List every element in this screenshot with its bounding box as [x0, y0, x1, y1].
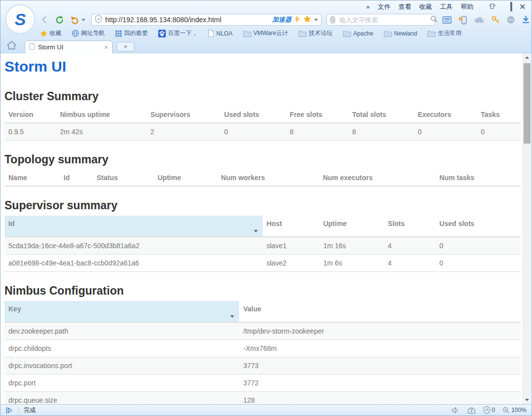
phone-sync-icon[interactable] [458, 15, 468, 25]
header-row: VersionNimbus uptimeSupervisorsUsed slot… [4, 107, 521, 123]
maximize-button[interactable] [510, 3, 512, 10]
lightning-icon[interactable] [294, 15, 300, 25]
folder-icon [384, 30, 392, 37]
globe-icon [72, 30, 79, 37]
scroll-down-icon[interactable] [523, 396, 531, 404]
screenshot-icon[interactable] [442, 16, 452, 24]
favorite-star-icon[interactable] [303, 15, 311, 25]
bookmark-site-nav[interactable]: 网址导航 [72, 29, 105, 38]
bookmark-folder-tech-forum[interactable]: 技术论坛 [298, 29, 332, 38]
column-header[interactable]: Used slots [220, 107, 286, 123]
undo-dropdown-caret-icon[interactable] [82, 19, 85, 21]
column-header[interactable]: Id [4, 216, 263, 237]
column-header[interactable]: Num workers [217, 170, 319, 186]
column-header[interactable]: Host [263, 216, 320, 237]
bookmark-folder-daily[interactable]: 生活常用 [427, 29, 461, 38]
column-header[interactable]: Status [93, 170, 154, 186]
column-header[interactable]: Key [4, 301, 239, 322]
menu-favorites[interactable]: 收藏 [419, 2, 432, 11]
column-header[interactable]: Uptime [154, 170, 217, 186]
table-row: drpc.queue.size128 [4, 392, 521, 405]
search-icon[interactable] [430, 15, 438, 25]
new-tab-button[interactable]: + [117, 42, 134, 51]
column-header[interactable]: Value [239, 301, 521, 322]
menu-overflow-chevron[interactable]: » [366, 3, 369, 10]
bookmark-favorites[interactable]: 收藏 [40, 29, 61, 38]
column-header[interactable]: Name [4, 170, 60, 186]
bookmarks-bar: 收藏 网址导航 我的最爱 百度一下， NLOA VMWare云计 [0, 27, 532, 40]
search-box[interactable]: S [327, 14, 435, 26]
scroll-up-icon[interactable] [523, 53, 531, 62]
menu-file[interactable]: 文件 [377, 2, 390, 11]
key-icon[interactable] [491, 15, 500, 24]
bookmark-folder-newland[interactable]: Newland [384, 30, 417, 37]
menu-help[interactable]: 帮助 [460, 2, 473, 11]
url-text: http://192.168.95.134:8080/index.html [105, 16, 269, 24]
bookmark-baidu[interactable]: 百度一下， [158, 29, 198, 38]
zoom-level: 100% [511, 407, 527, 414]
table-cell: 2m 42s [56, 123, 147, 141]
browser-logo[interactable]: S [6, 5, 34, 33]
table-cell: -Xmx768m [239, 340, 521, 357]
column-header[interactable]: Used slots [436, 216, 521, 237]
menu-tools[interactable]: 工具 [440, 2, 452, 11]
ad-shield-icon[interactable]: AD 0 [483, 406, 495, 414]
sort-caret-icon[interactable] [230, 315, 234, 318]
column-header[interactable]: Slots [384, 216, 436, 237]
page-content: Storm UI Cluster Summary VersionNimbus u… [0, 53, 532, 404]
column-header[interactable]: Supervisors [146, 107, 220, 123]
column-header[interactable]: Id [60, 170, 93, 186]
header-row: NameIdStatusUptimeNum workersNum executo… [4, 170, 521, 186]
back-icon[interactable] [40, 15, 49, 24]
zoom-magnifier-icon[interactable]: 100% [502, 407, 527, 414]
toolbox-icon[interactable] [467, 407, 476, 414]
column-header[interactable]: Nimbus uptime [56, 107, 147, 123]
cloud-pen-icon[interactable] [474, 16, 485, 24]
tab-close-icon[interactable]: × [104, 43, 108, 51]
tab-page-icon [29, 43, 35, 51]
tab-storm-ui[interactable]: Storm UI × [25, 40, 113, 53]
home-icon[interactable] [6, 40, 17, 52]
refresh-icon[interactable] [55, 15, 64, 25]
supervisor-summary-heading: Supervisor summary [4, 199, 532, 212]
download-icon[interactable] [522, 15, 530, 24]
scrollbar-thumb[interactable] [524, 63, 531, 144]
column-header[interactable]: Free slots [286, 107, 348, 123]
undo-icon[interactable] [70, 15, 80, 25]
bookmark-nloa[interactable]: NLOA [208, 30, 233, 37]
bookmark-my-favorites[interactable]: 我的最爱 [115, 29, 148, 38]
skin-icon[interactable] [488, 3, 496, 11]
address-bar[interactable]: http://192.168.95.134:8080/index.html 加速… [91, 14, 322, 26]
column-header[interactable]: Tasks [477, 107, 521, 123]
topology-summary-table: NameIdStatusUptimeNum workersNum executo… [4, 170, 521, 187]
table-row: drpc.port3772 [4, 375, 521, 392]
column-header[interactable]: Num executors [319, 170, 435, 186]
browser-window: S » 文件 查看 收藏 工具 帮助 ✕ [0, 0, 532, 416]
column-header[interactable]: Executors [414, 107, 477, 123]
column-header[interactable]: Version [4, 107, 56, 123]
sidebar-toggle-icon[interactable] [5, 407, 13, 414]
address-dropdown-caret-icon[interactable] [314, 19, 318, 21]
bookmark-folder-vmware[interactable]: VMWare云计 [243, 29, 288, 38]
ad-block-count: 0 [492, 407, 495, 414]
navigation-toolbar: http://192.168.95.134:8080/index.html 加速… [0, 13, 532, 27]
column-header[interactable]: Num tasks [436, 170, 521, 186]
table-cell: drpc.invocations.port [4, 357, 239, 375]
table-cell: 0 [477, 123, 521, 141]
table-cell: a081e698-c49e-4ea1-bac8-ccb0d92a61a6 [4, 255, 263, 272]
page-title[interactable]: Storm UI [4, 58, 532, 75]
column-header[interactable]: Uptime [319, 216, 384, 237]
search-input[interactable] [338, 16, 427, 24]
sort-caret-icon[interactable] [254, 230, 258, 232]
vertical-scrollbar[interactable] [523, 53, 531, 404]
speaker-icon[interactable] [451, 407, 460, 414]
menu-view[interactable]: 查看 [398, 2, 411, 11]
more-icon[interactable] [506, 15, 515, 24]
status-bar: 完成 AD 0 100% [0, 404, 532, 416]
bookmark-folder-apache[interactable]: Apache [343, 30, 373, 37]
close-button[interactable]: ✕ [519, 3, 526, 10]
accelerator-button[interactable]: 加速器 [272, 15, 291, 24]
browser-chrome: S » 文件 查看 收藏 工具 帮助 ✕ [0, 0, 532, 53]
title-bar: » 文件 查看 收藏 工具 帮助 ✕ [0, 0, 532, 13]
column-header[interactable]: Total slots [348, 107, 414, 123]
